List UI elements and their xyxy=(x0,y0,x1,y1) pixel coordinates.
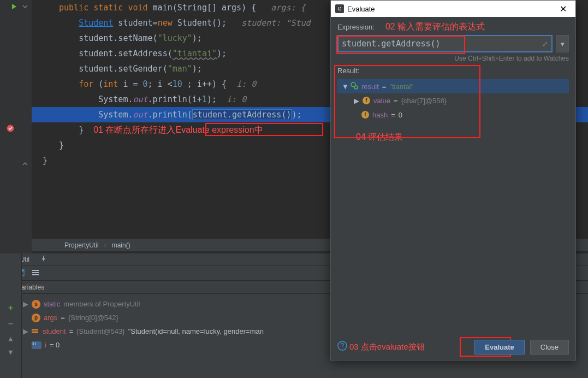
up-arrow-icon[interactable]: ▲ xyxy=(9,334,13,342)
down-arrow-icon[interactable]: ▼ xyxy=(9,348,13,356)
help-icon[interactable]: ? xyxy=(337,341,347,353)
expand-icon[interactable]: ⤢ xyxy=(542,40,548,48)
close-icon[interactable]: ✕ xyxy=(555,1,571,17)
breadcrumb-item[interactable]: main() xyxy=(112,241,130,249)
highlight-box-04 xyxy=(334,65,480,138)
highlight-box-01 xyxy=(205,123,323,136)
history-dropdown[interactable]: ▾ xyxy=(556,35,569,52)
annotation-02: 02 输入需要评估的表达式 xyxy=(385,21,485,33)
evaluate-button[interactable]: Evaluate xyxy=(474,340,524,355)
breadcrumb-item[interactable]: PropertyUtil xyxy=(64,241,99,249)
expression-label: Expression: xyxy=(337,23,375,31)
expression-hint: Use Ctrl+Shift+Enter to add to Watches xyxy=(337,55,569,62)
param-icon: p xyxy=(32,314,40,322)
evaluate-dialog: IJ Evaluate ✕ Expression: 02 输入需要评估的表达式 … xyxy=(330,0,576,361)
static-icon: s xyxy=(32,300,40,309)
close-button[interactable]: Close xyxy=(530,340,569,355)
highlight-box-02 xyxy=(336,36,465,54)
breakpoint-icon[interactable] xyxy=(7,125,16,134)
debug-left-controls: + − ▲ ▼ xyxy=(0,253,22,378)
dialog-titlebar[interactable]: IJ Evaluate ✕ xyxy=(331,1,575,17)
svg-text:?: ? xyxy=(341,342,345,350)
app-logo-icon: IJ xyxy=(335,4,344,13)
int-icon: 01 xyxy=(32,341,41,349)
run-icon[interactable] xyxy=(11,3,21,13)
annotation-03: 03 点击evaluate按钮 xyxy=(349,342,425,352)
student-class-link[interactable]: Student xyxy=(79,18,113,28)
add-watch-icon[interactable]: + xyxy=(8,303,14,313)
dialog-title: Evaluate xyxy=(347,5,555,13)
remove-watch-icon[interactable]: − xyxy=(8,318,14,329)
method-expand-icon[interactable] xyxy=(22,3,32,13)
method-collapse-icon[interactable] xyxy=(22,161,32,170)
tab-pin-icon[interactable] xyxy=(35,254,52,264)
object-icon xyxy=(32,327,39,335)
list-icon[interactable] xyxy=(32,269,40,277)
